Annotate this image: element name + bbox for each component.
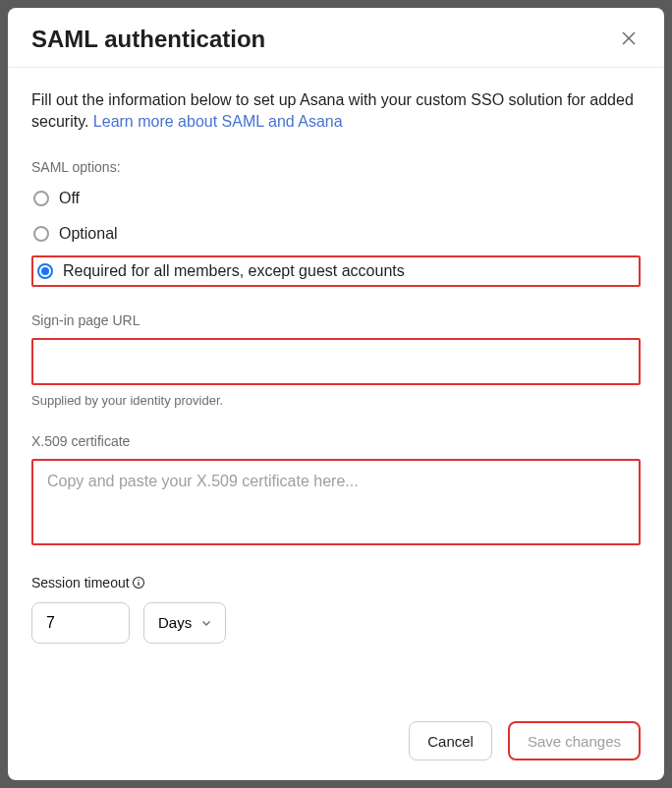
signin-url-input[interactable] (31, 338, 641, 385)
saml-options-section: SAML options: Off Optional Required for … (31, 159, 641, 287)
modal-footer: Cancel Save changes (8, 705, 664, 780)
option-required[interactable]: Required for all members, except guest a… (31, 255, 641, 287)
option-off-label: Off (59, 190, 80, 207)
timeout-row: Days (31, 602, 641, 644)
close-button[interactable] (617, 27, 641, 53)
cert-label: X.509 certificate (31, 433, 641, 449)
modal-title: SAML authentication (31, 26, 265, 53)
save-changes-button[interactable]: Save changes (508, 721, 641, 760)
timeout-unit-label: Days (158, 614, 192, 631)
timeout-value-input[interactable] (31, 602, 130, 644)
cert-section: X.509 certificate (31, 433, 641, 549)
radio-icon (37, 263, 53, 279)
radio-icon (33, 226, 49, 242)
timeout-unit-select[interactable]: Days (143, 602, 226, 644)
option-off[interactable]: Off (31, 185, 641, 212)
cancel-button[interactable]: Cancel (409, 721, 492, 760)
saml-options-label: SAML options: (31, 159, 641, 175)
intro-text: Fill out the information below to set up… (31, 89, 641, 134)
timeout-section: Session timeout Days (31, 575, 641, 644)
option-required-label: Required for all members, except guest a… (63, 262, 405, 280)
cert-textarea[interactable] (31, 459, 641, 545)
chevron-down-icon (201, 618, 211, 628)
signin-url-section: Sign-in page URL Supplied by your identi… (31, 312, 641, 408)
learn-more-link[interactable]: Learn more about SAML and Asana (93, 113, 343, 130)
info-icon[interactable] (132, 576, 145, 590)
option-optional-label: Optional (59, 225, 118, 243)
radio-icon (33, 191, 49, 206)
close-icon (621, 30, 637, 49)
signin-url-help: Supplied by your identity provider. (31, 393, 641, 408)
svg-point-4 (138, 579, 139, 580)
modal-body: Fill out the information below to set up… (8, 68, 664, 705)
timeout-label-row: Session timeout (31, 575, 641, 591)
saml-auth-modal: SAML authentication Fill out the informa… (8, 8, 664, 780)
saml-options-group: Off Optional Required for all members, e… (31, 185, 641, 287)
modal-header: SAML authentication (8, 8, 664, 68)
signin-url-label: Sign-in page URL (31, 312, 641, 328)
timeout-label: Session timeout (31, 575, 130, 591)
option-optional[interactable]: Optional (31, 220, 641, 248)
